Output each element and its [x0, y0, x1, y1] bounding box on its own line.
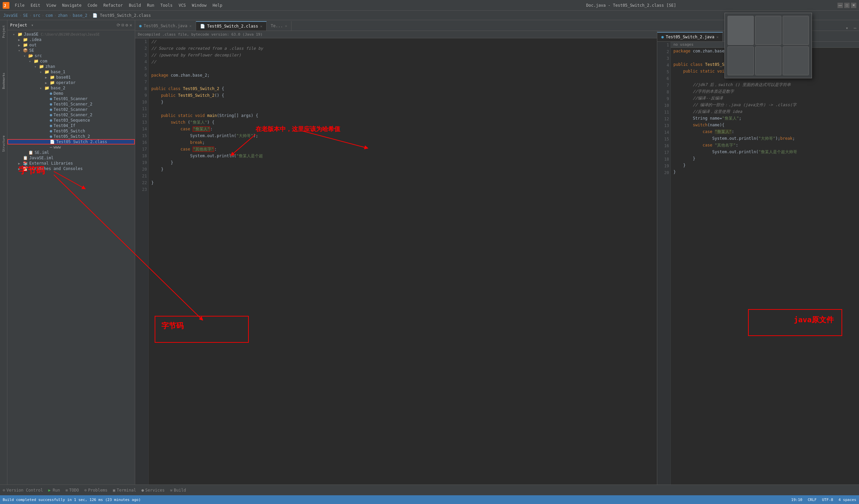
menu-help[interactable]: Help: [210, 2, 225, 9]
menu-code[interactable]: Code: [85, 2, 100, 9]
left-strip: Project Bookmarks Structure: [0, 20, 7, 485]
close-panel-icon[interactable]: ✕: [130, 22, 132, 28]
menu-run[interactable]: Run: [144, 2, 157, 9]
popup-cell-6[interactable]: [783, 46, 809, 76]
editor-area: ● Test05_Switch.java ✕ 📄 Test05_Switch_2…: [135, 20, 859, 485]
popup-cell-3[interactable]: [783, 16, 809, 45]
tab-close-icon[interactable]: ✕: [285, 24, 287, 28]
popup-cell-1[interactable]: [727, 16, 754, 45]
tab-close-icon[interactable]: ✕: [717, 35, 719, 39]
terminal-item[interactable]: ▣ Terminal: [113, 488, 136, 492]
folder-icon: 📁: [34, 59, 39, 63]
build-item[interactable]: ⚒ Build: [170, 488, 186, 492]
tree-item-com[interactable]: ▾ 📁 com: [7, 59, 135, 64]
vc-icon: ⊙: [3, 488, 5, 492]
tree-item-idea[interactable]: ▶ 📁 .idea: [7, 37, 135, 42]
maximize-button[interactable]: □: [844, 3, 849, 8]
run-item[interactable]: ▶ Run: [48, 488, 60, 492]
tree-item-base2[interactable]: ▾ 📁 base_2: [7, 85, 135, 91]
structure-icon[interactable]: Structure: [0, 134, 7, 154]
right-code-editor[interactable]: 12345 678910 1112131415 1617181920 no us…: [657, 42, 859, 485]
java-class-icon: ●: [50, 91, 52, 96]
tab-switch2-class[interactable]: 📄 Test05_Switch_2.class ✕: [196, 21, 267, 31]
tab-close-icon[interactable]: ✕: [260, 24, 262, 29]
iml-icon: 📋: [23, 156, 28, 160]
tree-item-test02scanner2[interactable]: ▶ ● Test02_Scanner_2: [7, 112, 135, 118]
bc-zhan[interactable]: zhan: [58, 13, 67, 18]
settings-icon[interactable]: ⚙: [125, 22, 128, 28]
project-icon[interactable]: Project: [0, 21, 7, 42]
folder-icon: 📁: [39, 64, 44, 69]
tree-item-operator[interactable]: ▶ 📁 operator: [7, 80, 135, 85]
tab-te[interactable]: Te... ✕: [267, 21, 291, 31]
menu-view[interactable]: View: [44, 2, 59, 9]
tree-item-www[interactable]: ▶ — www: [7, 144, 135, 150]
bc-src[interactable]: src: [33, 13, 40, 18]
tab-switch2-java[interactable]: ● Test05_Switch_2.java ✕: [657, 32, 723, 41]
version-control-item[interactable]: ⊙ Version Control: [3, 488, 43, 492]
file-tree: ▾ 📁 JavaSE C:\Users\86198\Desktop\JavaSE…: [7, 30, 135, 485]
bookmarks-icon[interactable]: Bookmarks: [0, 69, 7, 93]
collapse-all-icon[interactable]: ⊟: [122, 22, 124, 28]
bc-se[interactable]: SE: [23, 13, 28, 18]
more-tabs-icon[interactable]: ▾: [843, 26, 851, 31]
tab-close-icon[interactable]: ✕: [189, 24, 192, 28]
tab-options-icon[interactable]: ⋯: [851, 26, 859, 31]
right-code-content: package com.zhan.base_2; public class Te…: [671, 48, 859, 485]
tree-item-test04[interactable]: ▶ ● Test04_If: [7, 123, 135, 128]
problems-item[interactable]: ⊙ Problems: [85, 488, 108, 492]
tree-item-test05switch[interactable]: ▶ ● Test05_Switch: [7, 128, 135, 134]
project-panel-title: Project: [10, 23, 27, 28]
tree-item-javase[interactable]: ▾ 📁 JavaSE C:\Users\86198\Desktop\JavaSE: [7, 32, 135, 37]
tree-item-out[interactable]: ▶ 📁 out: [7, 42, 135, 48]
folder-icon: 📁: [50, 75, 55, 80]
decompile-notice: Decompiled .class file, bytecode version…: [135, 31, 657, 38]
java-class-icon: ●: [50, 123, 52, 128]
tree-item-test01scanner2[interactable]: ▶ ● Test01_Scanner_2: [7, 102, 135, 107]
menu-refactor[interactable]: Refactor: [101, 2, 125, 9]
tree-item-se[interactable]: ▾ 📦 SE: [7, 48, 135, 53]
tree-item-test05switch2class[interactable]: ▶ 📄 Test05_Switch_2.class: [7, 139, 135, 144]
right-code-wrapper: no usages package com.zhan.base_2; publi…: [671, 42, 859, 485]
tree-item-base01[interactable]: ▶ 📁 base01: [7, 75, 135, 80]
menu-edit[interactable]: Edit: [28, 2, 43, 9]
bc-base2[interactable]: base_2: [73, 13, 87, 18]
menu-vcs[interactable]: VCS: [176, 2, 189, 9]
folder-icon: 📁: [44, 86, 49, 90]
tree-item-test02scanner[interactable]: ▶ ● Test02_Scanner: [7, 107, 135, 112]
popup-cell-4[interactable]: [727, 46, 754, 76]
tree-item-demo[interactable]: ▶ ● Demo: [7, 91, 135, 96]
services-item[interactable]: ● Services: [141, 488, 165, 492]
tab-switch-java[interactable]: ● Test05_Switch.java ✕: [135, 21, 196, 31]
tree-item-javase-iml[interactable]: ▶ 📋 JavaSE.iml: [7, 155, 135, 161]
bc-javase[interactable]: JavaSE: [3, 13, 18, 18]
vc-label: Version Control: [6, 488, 43, 492]
minimize-button[interactable]: —: [838, 3, 843, 8]
tree-item-test05switch2[interactable]: ▶ ● Test05_Switch_2: [7, 134, 135, 139]
tree-item-test01scanner[interactable]: ▶ ● Test01_Scanner: [7, 96, 135, 102]
menu-tools[interactable]: Tools: [158, 2, 175, 9]
bc-com[interactable]: com: [45, 13, 53, 18]
tree-item-zhan[interactable]: ▾ 📁 zhan: [7, 64, 135, 69]
tree-item-src[interactable]: ▾ 📂 src: [7, 53, 135, 59]
sync-icon[interactable]: ⟳: [117, 22, 120, 28]
bottom-bar: ⊙ Version Control ▶ Run ≡ TODO ⊙ Problem…: [0, 485, 859, 495]
encoding: UTF-8: [822, 498, 833, 502]
project-panel: Project ▾ ⟳ ⊟ ⚙ ✕ ▾ 📁 JavaSE C:\Users\86…: [7, 20, 135, 485]
todo-item[interactable]: ≡ TODO: [65, 488, 79, 492]
menu-build[interactable]: Build: [126, 2, 144, 9]
java-class-icon: ●: [50, 129, 52, 133]
left-code-editor[interactable]: 12345 678910 1112131415 1617181920 21222…: [135, 38, 657, 485]
window-controls: — □ ✕: [838, 3, 856, 8]
menu-window[interactable]: Window: [189, 2, 209, 9]
popup-cell-5[interactable]: [755, 46, 781, 76]
tree-item-test03[interactable]: ▶ ● Test03_Sequence: [7, 118, 135, 123]
tree-item-base1[interactable]: ▾ 📁 base_1: [7, 69, 135, 75]
tree-item-se-iml[interactable]: ▶ 📋 SE.iml: [7, 150, 135, 155]
folder-icon: 📁: [44, 70, 49, 74]
menu-file[interactable]: File: [12, 2, 27, 9]
menu-navigate[interactable]: Navigate: [60, 2, 85, 9]
close-button[interactable]: ✕: [851, 3, 856, 8]
main-layout: Project Bookmarks Structure Project ▾ ⟳ …: [0, 20, 859, 485]
popup-cell-2[interactable]: [755, 16, 781, 45]
